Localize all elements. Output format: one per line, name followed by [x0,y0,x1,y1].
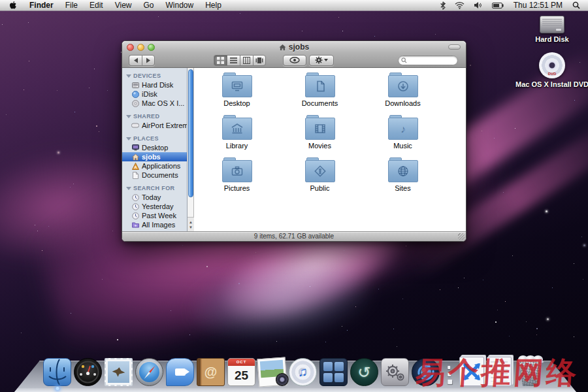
volume-icon[interactable] [469,1,487,9]
forward-button[interactable] [142,55,155,66]
folder-downloads[interactable]: Downloads [361,73,444,116]
safari-dock-icon[interactable] [135,358,163,386]
desktop-icon-hard-disk[interactable]: Hard Disk [503,16,588,43]
chevron-down-icon [324,59,328,61]
resize-grip[interactable] [458,233,465,240]
menu-bar-clock[interactable]: Thu 12:51 PM [508,1,568,10]
sidebar-item-airport-extreme[interactable]: AirPort Extreme [122,121,187,130]
folder-sites[interactable]: Sites [361,158,444,201]
disclosure-triangle-icon[interactable] [126,74,131,78]
sidebar-item-idisk[interactable]: iDisk [122,90,187,99]
status-text: 9 items, 62.71 GB available [254,233,334,240]
menu-window[interactable]: Window [160,0,200,11]
address-book-dock-icon[interactable]: @ [197,358,225,386]
at-sign-glyph: @ [204,365,218,380]
sidebar-item-applications[interactable]: A Applications [122,161,187,171]
finder-dock-icon[interactable] [43,358,71,386]
dashboard-dock-icon[interactable] [74,358,102,386]
scrollbar-thumb[interactable] [188,69,193,197]
software-update-dock-icon[interactable] [412,358,440,386]
dock-divider [442,360,457,386]
sidebar-item-yesterday[interactable]: Yesterday [122,202,187,211]
svg-text:♪: ♪ [400,123,406,135]
sidebar-section-devices[interactable]: DEVICES [122,71,187,80]
stamp-image [108,361,129,383]
pictures-folder-icon [222,160,252,182]
aurora-smoke [185,249,377,352]
time-machine-dock-icon[interactable]: ↺ [350,358,378,386]
ical-dock-icon[interactable]: OCT 25 [227,358,255,386]
sidebar-section-search-for[interactable]: SEARCH FOR [122,184,187,193]
file-browser-area[interactable]: Desktop Documents Downloads [194,68,466,231]
wifi-icon[interactable] [450,1,469,9]
list-view-button[interactable] [227,55,240,66]
optical-disc-icon [131,99,139,107]
folder-pictures[interactable]: Pictures [195,158,278,201]
sidebar-section-places[interactable]: PLACES [122,134,187,143]
search-field[interactable] [398,56,458,65]
menu-edit[interactable]: Edit [84,0,109,11]
dock: @ OCT 25 ♫ ↺ [0,351,588,392]
menu-go[interactable]: Go [138,0,160,11]
sidebar-item-install-dvd[interactable]: Mac OS X I... [122,99,187,108]
downloads-stack-dock-icon[interactable] [487,357,512,386]
sidebar-item-past-week[interactable]: Past Week [122,211,187,220]
folder-music[interactable]: ♪ Music [361,116,444,158]
search-icon [401,57,407,63]
disclosure-triangle-icon[interactable] [126,115,131,118]
sidebar-item-hard-disk[interactable]: Hard Disk [122,80,187,90]
icon-view-button[interactable] [214,55,227,66]
trash-dock-icon[interactable] [514,356,547,386]
system-preferences-dock-icon[interactable] [381,358,409,386]
idisk-icon [131,90,139,98]
desktop-icon-label: Hard Disk [535,35,568,43]
scroll-up-icon[interactable]: ▲ [189,220,193,224]
bluetooth-icon[interactable] [436,1,450,10]
folder-documents[interactable]: Documents [278,73,361,116]
sidebar-item-desktop[interactable]: Desktop [122,143,187,152]
music-note-glyph: ♫ [298,365,308,380]
sidebar-item-all-images[interactable]: All Images [122,220,187,229]
iphoto-dock-icon[interactable] [257,357,287,387]
documents-stack-dock-icon[interactable] [459,357,484,386]
folder-movies[interactable]: Movies [278,116,361,158]
cover-flow-view-button[interactable] [253,55,266,66]
menu-help[interactable]: Help [199,0,227,11]
desktop-folder-icon [222,75,252,97]
folder-desktop[interactable]: Desktop [195,73,278,116]
dvd-disc-icon: DVD [539,52,565,78]
sidebar-item-documents[interactable]: Documents [122,171,187,180]
documents-folder-icon [305,75,335,97]
spaces-dock-icon[interactable] [319,358,348,386]
scrollbar-arrows[interactable]: ▲ ▼ [188,217,194,231]
sidebar-item-today[interactable]: Today [122,193,187,202]
sidebar-item-sjobs[interactable]: sjobs [122,152,187,161]
itunes-dock-icon[interactable]: ♫ [289,358,317,386]
scroll-down-icon[interactable]: ▼ [189,225,193,229]
search-input[interactable] [407,57,453,64]
column-view-button[interactable] [240,55,253,66]
battery-icon[interactable] [487,3,508,8]
movies-folder-icon [305,118,335,140]
apple-menu-icon[interactable] [0,1,24,10]
quick-look-button[interactable] [283,55,306,66]
folder-library[interactable]: Library [195,116,278,158]
title-bar[interactable]: sjobs [122,41,466,53]
sidebar-scrollbar[interactable]: ▲ ▼ [188,68,194,231]
menu-file[interactable]: File [59,0,84,11]
mail-dock-icon[interactable] [105,358,133,386]
disclosure-triangle-icon[interactable] [126,187,131,190]
sidebar-section-shared[interactable]: SHARED [122,112,187,121]
toolbar-toggle-button[interactable] [448,44,461,50]
menu-view[interactable]: View [109,0,138,11]
disclosure-triangle-icon[interactable] [126,137,131,140]
menu-finder[interactable]: Finder [24,0,59,11]
action-menu-button[interactable] [309,55,334,66]
spotlight-icon[interactable] [568,1,588,9]
folder-public[interactable]: Public [278,158,361,201]
calendar-day: 25 [228,366,255,385]
ichat-dock-icon[interactable] [166,358,194,386]
desktop-icon-install-dvd[interactable]: DVD Mac OS X Install DVD [503,52,588,88]
sidebar: DEVICES Hard Disk iDisk Mac OS X I... [122,68,188,231]
back-button[interactable] [129,55,142,66]
